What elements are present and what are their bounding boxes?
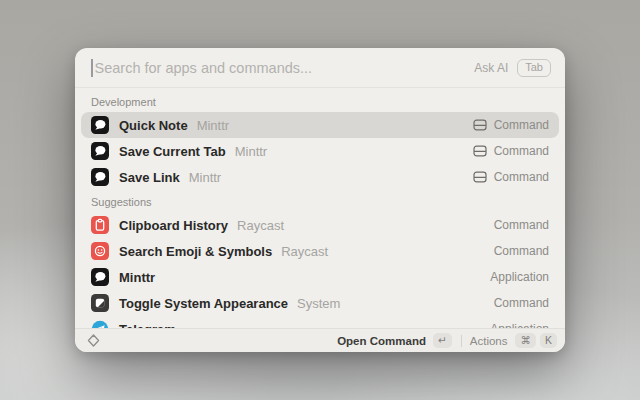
ask-ai-label[interactable]: Ask AI (474, 61, 508, 75)
appearance-toggle-icon (91, 294, 109, 312)
actions-button[interactable]: Actions (470, 335, 508, 347)
results-list: Development Quick Note Minttr Command Sa… (75, 88, 565, 328)
command-panel-icon (473, 145, 487, 157)
return-key-badge: ↵ (433, 333, 452, 349)
list-item-minttr-app[interactable]: Minttr Application (81, 264, 559, 290)
item-subtitle: System (297, 296, 340, 311)
clipboard-icon (91, 216, 109, 234)
search-bar: Ask AI Tab (75, 48, 565, 88)
cmd-key-badge: ⌘ (515, 333, 536, 349)
item-title: Minttr (119, 270, 155, 285)
raycast-logo-icon (86, 333, 101, 348)
item-subtitle: Raycast (281, 244, 328, 259)
minttr-icon (91, 168, 109, 186)
item-title: Toggle System Appearance (119, 296, 288, 311)
tab-key-badge: Tab (517, 59, 551, 77)
list-item-telegram[interactable]: Telegram Application (81, 316, 559, 328)
item-type: Application (490, 270, 549, 284)
command-panel-icon (473, 119, 487, 131)
item-type: Command (494, 170, 549, 184)
item-type: Command (494, 118, 549, 132)
emoji-icon (91, 242, 109, 260)
item-type: Command (494, 218, 549, 232)
minttr-icon (91, 116, 109, 134)
minttr-icon (91, 142, 109, 160)
item-type: Command (494, 296, 549, 310)
list-item-search-emoji[interactable]: Search Emoji & Symbols Raycast Command (81, 238, 559, 264)
telegram-icon (91, 320, 109, 328)
primary-action-label[interactable]: Open Command (337, 335, 426, 347)
list-item-toggle-appearance[interactable]: Toggle System Appearance System Command (81, 290, 559, 316)
item-title: Save Current Tab (119, 144, 226, 159)
k-key-badge: K (540, 333, 557, 349)
text-caret (91, 59, 93, 77)
item-subtitle: Raycast (237, 218, 284, 233)
item-title: Save Link (119, 170, 180, 185)
item-title: Search Emoji & Symbols (119, 244, 272, 259)
footer-divider (461, 335, 462, 347)
item-title: Clipboard History (119, 218, 228, 233)
command-panel-icon (473, 171, 487, 183)
item-subtitle: Minttr (189, 170, 222, 185)
launcher-window: Ask AI Tab Development Quick Note Minttr… (75, 48, 565, 352)
section-header-development: Development (75, 90, 565, 112)
item-type: Command (494, 144, 549, 158)
list-item-save-current-tab[interactable]: Save Current Tab Minttr Command (81, 138, 559, 164)
item-subtitle: Minttr (197, 118, 230, 133)
list-item-clipboard-history[interactable]: Clipboard History Raycast Command (81, 212, 559, 238)
list-item-quick-note[interactable]: Quick Note Minttr Command (81, 112, 559, 138)
minttr-icon (91, 268, 109, 286)
section-header-suggestions: Suggestions (75, 190, 565, 212)
item-title: Quick Note (119, 118, 188, 133)
action-bar: Open Command ↵ Actions ⌘ K (75, 328, 565, 352)
item-subtitle: Minttr (235, 144, 268, 159)
list-item-save-link[interactable]: Save Link Minttr Command (81, 164, 559, 190)
search-input[interactable] (95, 60, 475, 76)
item-type: Command (494, 244, 549, 258)
